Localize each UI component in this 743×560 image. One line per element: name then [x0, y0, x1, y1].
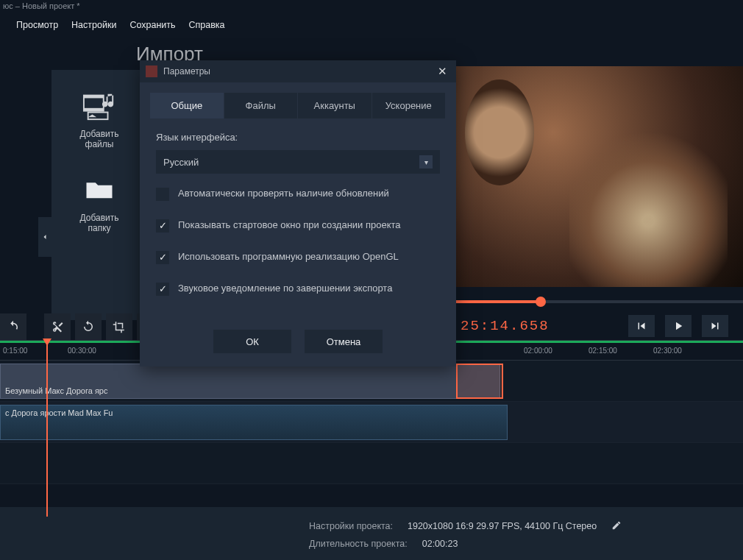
checkbox-opengl[interactable]: ✓	[156, 251, 169, 264]
ruler-tick: 02:15:00	[589, 347, 617, 355]
chevron-down-icon: ▾	[419, 155, 433, 169]
checkbox-updates[interactable]	[156, 188, 169, 201]
play-button[interactable]	[665, 315, 692, 337]
dialog-title: Параметры	[163, 66, 210, 77]
settings-dialog: Параметры ✕ Общие Файлы Аккаунты Ускорен…	[140, 60, 456, 366]
scrub-handle[interactable]	[536, 297, 546, 307]
add-folder-tile[interactable]: Добавить папку	[68, 170, 131, 233]
menu-view[interactable]: Просмотр	[16, 20, 58, 30]
project-settings-value: 1920x1080 16:9 29.97 FPS, 44100 Гц Стере…	[408, 521, 597, 531]
tab-accounts[interactable]: Аккаунты	[298, 93, 372, 118]
checkbox-sound-label: Звуковое уведомление по завершении экспо…	[178, 282, 392, 295]
timeline-tracks: Безумный Макс Дорога ярс с Дорога ярости…	[0, 361, 743, 484]
ruler-tick: 02:00:00	[524, 347, 552, 355]
menu-settings[interactable]: Настройки	[71, 20, 116, 30]
audio-track[interactable]: с Дорога ярости Mad Max Fu	[0, 402, 743, 443]
checkbox-sound[interactable]: ✓	[156, 283, 169, 296]
checkbox-startup-label: Показывать стартовое окно при создании п…	[178, 219, 401, 232]
project-duration-value: 02:00:23	[422, 539, 458, 549]
tab-acceleration[interactable]: Ускорение	[372, 93, 447, 118]
window-title: юс – Новый проект *	[0, 0, 743, 15]
project-duration-label: Длительность проекта:	[309, 539, 408, 549]
empty-track[interactable]	[0, 443, 743, 484]
rotate-button[interactable]	[75, 313, 102, 340]
svg-rect-2	[84, 108, 104, 111]
timeline-toolbar	[0, 312, 163, 341]
add-files-label: Добавить файлы	[68, 129, 131, 149]
close-icon[interactable]: ✕	[435, 65, 450, 78]
cut-button[interactable]	[44, 313, 71, 340]
statusbar: Настройки проекта: 1920x1080 16:9 29.97 …	[0, 507, 743, 560]
tab-general[interactable]: Общие	[150, 93, 224, 118]
checkbox-updates-label: Автоматически проверять наличие обновлен…	[178, 187, 389, 200]
film-music-icon	[68, 86, 131, 124]
svg-rect-1	[84, 96, 104, 99]
ruler-tick: 02:30:00	[653, 347, 682, 355]
project-settings-label: Настройки проекта:	[309, 521, 393, 531]
dialog-titlebar[interactable]: Параметры ✕	[140, 60, 456, 82]
checkbox-opengl-label: Использовать программную реализацию Open…	[178, 250, 399, 263]
ruler-tick: 00:30:00	[68, 347, 96, 355]
menubar: Просмотр Настройки Сохранить Справка	[0, 15, 743, 35]
preview-panel: 25:14.658	[427, 66, 743, 339]
collapse-panel-icon[interactable]	[38, 217, 51, 257]
dialog-tabs: Общие Файлы Аккаунты Ускорение	[150, 93, 446, 118]
playhead[interactable]	[46, 340, 48, 517]
video-clip[interactable]: Безумный Макс Дорога ярс	[0, 364, 500, 399]
folder-icon	[68, 170, 131, 208]
cancel-button[interactable]: Отмена	[305, 330, 383, 353]
add-folder-label: Добавить папку	[68, 213, 131, 233]
menu-save[interactable]: Сохранить	[129, 20, 175, 30]
clip-selection[interactable]	[456, 364, 503, 399]
preview-video[interactable]	[427, 66, 743, 287]
scrub-bar[interactable]	[427, 300, 743, 303]
undo-button[interactable]	[0, 313, 26, 340]
timecode: 25:14.658	[427, 318, 628, 334]
next-frame-button[interactable]	[702, 315, 728, 337]
app-icon	[146, 65, 157, 77]
clip-label: с Дорога ярости Mad Max Fu	[5, 408, 502, 417]
edit-settings-icon[interactable]	[611, 520, 622, 533]
audio-clip[interactable]: с Дорога ярости Mad Max Fu	[0, 405, 508, 440]
crop-button[interactable]	[106, 313, 132, 340]
clip-label: Безумный Макс Дорога ярс	[5, 386, 495, 395]
ruler-tick: 0:15:00	[3, 347, 27, 355]
language-label: Язык интерфейса:	[156, 132, 440, 143]
add-files-tile[interactable]: Добавить файлы	[68, 86, 131, 149]
checkbox-startup[interactable]: ✓	[156, 219, 169, 233]
ok-button[interactable]: ОК	[213, 330, 291, 353]
prev-frame-button[interactable]	[628, 315, 655, 337]
language-selected: Русский	[163, 157, 199, 168]
tab-files[interactable]: Файлы	[224, 93, 299, 118]
video-track[interactable]: Безумный Макс Дорога ярс	[0, 361, 743, 402]
language-select[interactable]: Русский ▾	[156, 150, 440, 174]
menu-help[interactable]: Справка	[189, 20, 225, 30]
